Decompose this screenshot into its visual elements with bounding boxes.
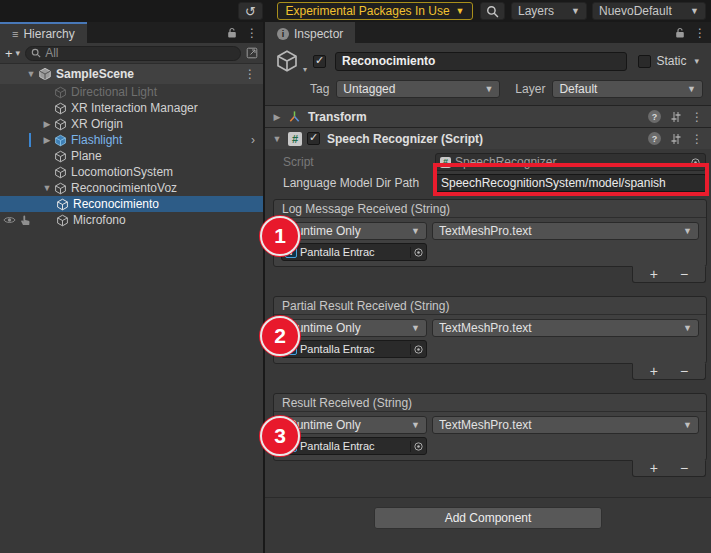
visibility-eye-icon[interactable] bbox=[3, 215, 16, 225]
lock-icon[interactable] bbox=[675, 27, 685, 39]
remove-event-button[interactable]: − bbox=[680, 462, 688, 475]
cube-icon bbox=[56, 214, 69, 227]
event-method-dropdown[interactable]: TextMeshPro.text ▼ bbox=[432, 416, 699, 434]
gameobject-icon[interactable]: ▾ bbox=[275, 49, 299, 73]
prefab-indicator-bar bbox=[29, 133, 31, 147]
hierarchy-item-xr-origin[interactable]: ▶ XR Origin bbox=[0, 116, 263, 132]
tag-layer-row: Tag Untagged ▼ Layer Default ▼ bbox=[273, 80, 703, 98]
transform-component-header[interactable]: ▶ Transform ? ⋮ bbox=[265, 105, 711, 127]
component-enabled-checkbox[interactable] bbox=[307, 132, 320, 145]
hierarchy-item-xr-interaction-manager[interactable]: XR Interaction Manager bbox=[0, 100, 263, 116]
event-method-dropdown[interactable]: TextMeshPro.text ▼ bbox=[432, 319, 699, 337]
cube-icon bbox=[54, 182, 67, 195]
static-dropdown-arrow[interactable]: ▾ bbox=[694, 57, 699, 66]
item-label: Directional Light bbox=[71, 85, 157, 99]
event-method-dropdown[interactable]: TextMeshPro.text ▼ bbox=[432, 222, 699, 240]
object-picker-icon[interactable] bbox=[410, 441, 424, 452]
inspector-panel: i Inspector ⋮ ▾ Reconocimiento Static ▾ … bbox=[265, 22, 711, 553]
item-label: Flashlight bbox=[71, 133, 122, 147]
scene-row[interactable]: ▼ SampleScene ⋮ bbox=[0, 64, 263, 84]
hierarchy-item-microfono[interactable]: Microfono bbox=[0, 212, 263, 228]
item-label: Reconocimiento bbox=[73, 197, 159, 211]
event-list-footer: + − bbox=[632, 363, 706, 380]
layers-dropdown[interactable]: Layers ▼ bbox=[511, 2, 587, 20]
add-event-button[interactable]: + bbox=[650, 365, 658, 378]
kebab-menu-icon[interactable]: ⋮ bbox=[694, 26, 706, 40]
help-icon[interactable]: ? bbox=[648, 132, 661, 145]
foldout-expanded-icon[interactable]: ▼ bbox=[24, 69, 38, 79]
layer-dropdown[interactable]: Default ▼ bbox=[552, 80, 703, 98]
chevron-down-icon: ▼ bbox=[683, 421, 692, 430]
layout-dropdown[interactable]: NuevoDefault ▼ bbox=[592, 2, 706, 20]
foldout-expanded-icon[interactable]: ▼ bbox=[40, 183, 54, 193]
hierarchy-item-reconocimiento[interactable]: Reconocimiento bbox=[0, 196, 263, 212]
foldout-expanded-icon[interactable]: ▼ bbox=[271, 134, 283, 144]
history-button[interactable]: ↺ bbox=[238, 2, 263, 20]
event-list-footer: + − bbox=[632, 460, 706, 477]
presets-icon[interactable] bbox=[670, 133, 682, 145]
layers-label: Layers bbox=[518, 4, 571, 18]
lock-icon[interactable] bbox=[227, 27, 237, 39]
event-mode-dropdown[interactable]: Runtime Only ▼ bbox=[281, 416, 427, 434]
event-mode-dropdown[interactable]: Runtime Only ▼ bbox=[281, 222, 427, 240]
create-object-button[interactable]: + ▾ bbox=[5, 46, 20, 61]
add-event-button[interactable]: + bbox=[650, 462, 658, 475]
kebab-menu-icon[interactable]: ⋮ bbox=[246, 26, 258, 40]
hierarchy-item-directional-light[interactable]: Directional Light bbox=[0, 84, 263, 100]
add-component-button[interactable]: Add Component bbox=[374, 507, 602, 529]
tag-dropdown[interactable]: Untagged ▼ bbox=[336, 80, 500, 98]
event-box-result-received: Result Received (String) Runtime Only ▼ … bbox=[273, 393, 707, 461]
chevron-down-icon: ▼ bbox=[411, 227, 420, 236]
object-picker-icon[interactable] bbox=[410, 247, 424, 258]
foldout-collapsed-icon[interactable]: ▶ bbox=[40, 119, 54, 129]
event-target-object-field[interactable]: T Pantalla Entrac bbox=[281, 437, 427, 455]
experimental-packages-dropdown[interactable]: Experimental Packages In Use ▼ bbox=[277, 2, 473, 20]
object-picker-icon[interactable] bbox=[410, 344, 424, 355]
hierarchy-item-locomotionsystem[interactable]: LocomotionSystem bbox=[0, 164, 263, 180]
foldout-collapsed-icon[interactable]: ▶ bbox=[271, 112, 283, 122]
event-mode-dropdown[interactable]: Runtime Only ▼ bbox=[281, 319, 427, 337]
static-checkbox[interactable] bbox=[638, 55, 651, 68]
inspector-tab-label: Inspector bbox=[294, 27, 343, 41]
tab-hierarchy[interactable]: ≡ Hierarchy bbox=[0, 22, 87, 43]
kebab-menu-icon[interactable]: ⋮ bbox=[244, 67, 256, 81]
active-checkbox[interactable] bbox=[313, 55, 326, 68]
hierarchy-item-reconocimientovoz[interactable]: ▼ ReconocimientoVoz bbox=[0, 180, 263, 196]
prefab-open-arrow[interactable]: › bbox=[251, 133, 255, 147]
hierarchy-item-plane[interactable]: Plane bbox=[0, 148, 263, 164]
kebab-menu-icon[interactable]: ⋮ bbox=[691, 132, 703, 146]
static-label: Static bbox=[656, 54, 686, 68]
picking-hand-icon[interactable] bbox=[19, 214, 31, 226]
tab-inspector[interactable]: i Inspector bbox=[265, 22, 355, 43]
chevron-down-icon: ▼ bbox=[690, 7, 699, 16]
history-icon: ↺ bbox=[245, 4, 256, 19]
chevron-down-icon: ▼ bbox=[484, 85, 493, 94]
item-label: Plane bbox=[71, 149, 102, 163]
hierarchy-search-input[interactable]: All bbox=[25, 46, 241, 61]
remove-event-button[interactable]: − bbox=[680, 268, 688, 281]
search-icon bbox=[486, 5, 499, 18]
inspector-tabbar: i Inspector ⋮ bbox=[265, 22, 711, 43]
foldout-collapsed-icon[interactable]: ▶ bbox=[40, 135, 54, 145]
cube-icon bbox=[54, 150, 67, 163]
chevron-down-icon: ▼ bbox=[456, 7, 465, 16]
layout-label: NuevoDefault bbox=[599, 4, 690, 18]
presets-icon[interactable] bbox=[670, 111, 682, 123]
gameobject-name-field[interactable]: Reconocimiento bbox=[335, 52, 627, 71]
help-icon[interactable]: ? bbox=[648, 110, 661, 123]
add-event-button[interactable]: + bbox=[650, 268, 658, 281]
plus-icon: + bbox=[5, 46, 13, 61]
scene-name: SampleScene bbox=[56, 67, 134, 81]
annotation-badge-1: 1 bbox=[259, 215, 301, 257]
annotation-badge-3: 3 bbox=[259, 415, 301, 457]
speech-recognizer-component-header[interactable]: ▼ # Speech Recognizer (Script) ? ⋮ bbox=[265, 127, 711, 149]
remove-event-button[interactable]: − bbox=[680, 365, 688, 378]
hierarchy-panel: ≡ Hierarchy ⋮ + ▾ All ▼ bbox=[0, 22, 263, 553]
cube-icon bbox=[56, 198, 69, 211]
event-target-object-field[interactable]: T Pantalla Entrac bbox=[281, 340, 427, 358]
event-target-object-field[interactable]: T Pantalla Entrac bbox=[281, 243, 427, 261]
kebab-menu-icon[interactable]: ⋮ bbox=[691, 110, 703, 124]
open-window-icon[interactable] bbox=[246, 47, 258, 59]
hierarchy-item-flashlight[interactable]: ▶ Flashlight › bbox=[0, 132, 263, 148]
toolbar-search-button[interactable] bbox=[480, 2, 505, 20]
